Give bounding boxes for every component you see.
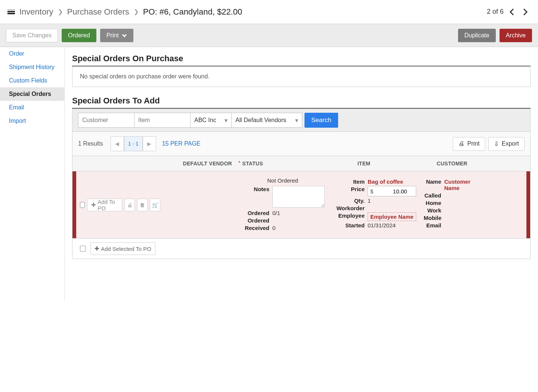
- table-header: DEFAULT VENDOR ˄STATUS ITEM CUSTOMER: [72, 156, 531, 171]
- row-delete-button[interactable]: 🗑: [137, 199, 148, 211]
- per-page-link[interactable]: 15 PER PAGE: [162, 140, 201, 147]
- col-status[interactable]: ˄STATUS: [235, 159, 321, 168]
- sort-asc-icon: ˄: [238, 161, 241, 167]
- received-value: 0: [272, 225, 327, 231]
- add-to-po-button[interactable]: ✚ Add To PO: [87, 199, 122, 211]
- price-input[interactable]: [375, 188, 409, 195]
- filter-bar: ABC Inc ▾ All Default Vendors ▾ Search: [72, 109, 531, 132]
- notes-textarea[interactable]: [272, 186, 325, 208]
- ordered-fraction: 0/1: [272, 210, 327, 216]
- plus-icon: ✚: [95, 245, 99, 252]
- results-count: 1 Results: [78, 140, 103, 147]
- started-value: 01/31/2024: [368, 222, 416, 228]
- print-icon: 🖨: [458, 140, 464, 147]
- duplicate-button[interactable]: Duplicate: [458, 29, 496, 42]
- col-default-vendor[interactable]: DEFAULT VENDOR: [164, 159, 235, 168]
- vendor-select-value: ABC Inc: [194, 117, 216, 124]
- trash-icon: 🗑: [140, 202, 145, 208]
- chevron-down-icon: [122, 32, 127, 39]
- workorder-value: [368, 205, 416, 211]
- customer-name-link[interactable]: Customer Name: [444, 178, 482, 191]
- default-vendor-select-value: All Default Vendors: [235, 117, 286, 124]
- search-button[interactable]: Search: [304, 113, 338, 128]
- section-title-to-add: Special Orders To Add: [72, 96, 531, 106]
- prev-record-button[interactable]: [507, 7, 517, 17]
- archive-button[interactable]: Archive: [500, 29, 532, 42]
- sidebar: Order Shipment History Custom Fields Spe…: [0, 47, 65, 301]
- save-changes-button: Save Changes: [6, 29, 58, 42]
- section-title-on-purchase: Special Orders On Purchase: [72, 54, 531, 63]
- next-record-button[interactable]: [520, 7, 531, 17]
- employee-link[interactable]: Employee Name: [368, 212, 416, 221]
- item-link[interactable]: Bag of coffee: [368, 178, 416, 185]
- sidebar-item-import[interactable]: Import: [0, 114, 64, 128]
- item-filter-input[interactable]: [134, 113, 190, 128]
- col-customer[interactable]: CUSTOMER: [407, 159, 470, 168]
- breadcrumb-inventory[interactable]: Inventory: [19, 7, 53, 17]
- status-state: Not Ordered: [239, 177, 327, 184]
- export-list-button[interactable]: ⇩ Export: [488, 137, 525, 151]
- print-list-button[interactable]: 🖨 Print: [453, 137, 485, 151]
- breadcrumb-purchase-orders[interactable]: Purchase Orders: [67, 7, 129, 17]
- print-icon: 🖨: [127, 202, 132, 208]
- sidebar-item-order[interactable]: Order: [0, 47, 64, 60]
- sidebar-item-email[interactable]: Email: [0, 101, 64, 114]
- select-all-checkbox[interactable]: [80, 246, 86, 252]
- print-label: Print: [106, 32, 119, 39]
- row-print-button[interactable]: 🖨: [124, 199, 135, 211]
- sidebar-item-shipment-history[interactable]: Shipment History: [0, 60, 64, 74]
- breadcrumb-current: PO: #6, Candyland, $22.00: [143, 7, 242, 17]
- currency-symbol: $: [368, 188, 375, 195]
- ordered-value: [272, 217, 327, 224]
- qty-value: 1: [368, 197, 416, 204]
- plus-icon: ✚: [91, 202, 96, 208]
- app-icon: [7, 9, 15, 15]
- sidebar-item-custom-fields[interactable]: Custom Fields: [0, 74, 64, 87]
- ordered-button[interactable]: Ordered: [62, 29, 96, 42]
- print-dropdown[interactable]: Print: [100, 29, 133, 42]
- vendor-select[interactable]: ABC Inc ▾: [190, 113, 231, 128]
- page-prev-button[interactable]: ◀: [111, 136, 124, 151]
- page-next-button[interactable]: ▶: [143, 136, 156, 151]
- action-bar: Save Changes Ordered Print Duplicate Arc…: [0, 24, 538, 47]
- print-label: Print: [467, 140, 480, 147]
- row-cart-button[interactable]: 🛒: [150, 199, 160, 211]
- page-range: 1 - 1: [124, 136, 143, 151]
- chevron-right-icon: ❯: [134, 8, 139, 15]
- default-vendor-select[interactable]: All Default Vendors ▾: [231, 113, 302, 128]
- table-row: ✚ Add To PO 🖨 🗑 🛒 Not Ordered Notes Orde…: [72, 171, 531, 239]
- export-icon: ⇩: [494, 140, 499, 147]
- caret-down-icon: ▾: [295, 117, 298, 124]
- sidebar-item-special-orders[interactable]: Special Orders: [0, 87, 64, 101]
- pager-bar: 1 Results ◀ 1 - 1 ▶ 15 PER PAGE 🖨 Print …: [72, 132, 531, 156]
- cart-icon: 🛒: [152, 202, 158, 208]
- row-checkbox[interactable]: [80, 202, 85, 208]
- table-footer: ✚ Add Selected To PO: [72, 239, 531, 259]
- empty-state-message: No special orders on purchase order were…: [72, 66, 531, 87]
- export-label: Export: [502, 140, 519, 147]
- caret-down-icon: ▾: [225, 117, 228, 124]
- chevron-right-icon: ❯: [58, 8, 63, 15]
- price-input-wrap: $: [368, 186, 416, 196]
- breadcrumb-bar: Inventory ❯ Purchase Orders ❯ PO: #6, Ca…: [0, 0, 538, 24]
- customer-filter-input[interactable]: [78, 113, 134, 128]
- record-pager-text: 2 of 6: [487, 8, 504, 16]
- col-item[interactable]: ITEM: [321, 159, 407, 168]
- add-selected-to-po-button[interactable]: ✚ Add Selected To PO: [90, 242, 155, 255]
